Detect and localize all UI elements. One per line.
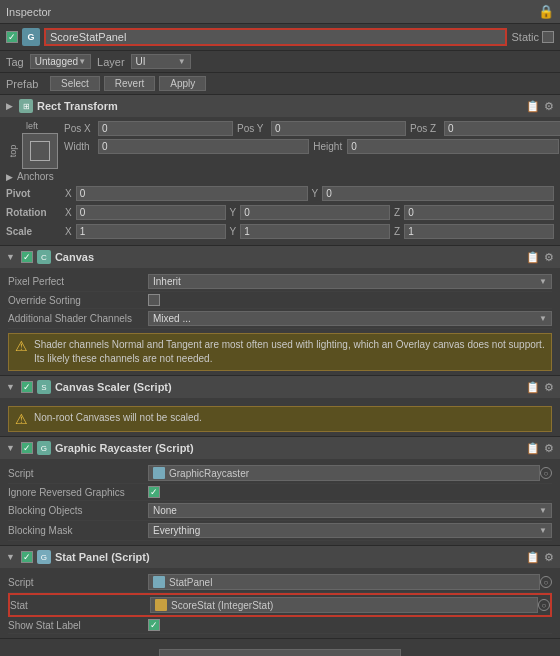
stat-panel-header[interactable]: ▼ ✓ G Stat Panel (Script) 📋 ⚙ [0, 546, 560, 568]
canvas-collapse-arrow: ▼ [6, 252, 15, 262]
width-input[interactable] [98, 139, 309, 154]
tag-layer-row: Tag Untagged ▼ Layer UI ▼ [0, 51, 560, 73]
raycaster-script-value[interactable]: GraphicRaycaster [148, 465, 540, 481]
canvas-warning-text: Shader channels Normal and Tangent are m… [34, 338, 545, 366]
rect-transform-header[interactable]: ▶ ⊞ Rect Transform 📋 ⚙ [0, 95, 560, 117]
static-label: Static [511, 31, 539, 43]
static-row: Static [511, 31, 554, 43]
stat-circle-button[interactable]: ○ [538, 599, 550, 611]
canvas-scaler-enabled-checkbox[interactable]: ✓ [21, 381, 33, 393]
stat-panel-circle-button[interactable]: ○ [540, 576, 552, 588]
object-icon: G [22, 28, 40, 46]
scale-xyz: X Y Z [65, 224, 554, 239]
graphic-raycaster-info-button[interactable]: 📋 [526, 442, 540, 455]
rotation-z-label: Z [394, 207, 400, 218]
height-label: Height [313, 141, 343, 152]
rect-gear-button[interactable]: ⚙ [544, 100, 554, 113]
object-enabled-checkbox[interactable]: ✓ [6, 31, 18, 43]
blocking-objects-arrow: ▼ [539, 506, 547, 515]
pos-x-label: Pos X [64, 123, 94, 134]
canvas-scaler-header[interactable]: ▼ ✓ S Canvas Scaler (Script) 📋 ⚙ [0, 376, 560, 398]
canvas-title: Canvas [55, 251, 94, 263]
ignore-reversed-checkbox[interactable]: ✓ [148, 486, 160, 498]
raycaster-script-label: Script [8, 468, 148, 479]
override-sorting-checkbox[interactable] [148, 294, 160, 306]
canvas-section: ▼ ✓ C Canvas 📋 ⚙ Pixel Perfect Inherit ▼… [0, 246, 560, 376]
stat-panel-body: Script StatPanel ○ Stat ScoreStat (Integ… [0, 568, 560, 638]
shader-channels-dropdown[interactable]: Mixed ... ▼ [148, 311, 552, 326]
canvas-info-button[interactable]: 📋 [526, 251, 540, 264]
stat-value-box[interactable]: ScoreStat (IntegerStat) [150, 597, 538, 613]
blocking-mask-dropdown[interactable]: Everything ▼ [148, 523, 552, 538]
stat-panel-info-button[interactable]: 📋 [526, 551, 540, 564]
tag-label: Tag [6, 56, 24, 68]
raycaster-script-row: Script GraphicRaycaster ○ [8, 463, 552, 484]
rotation-y-input[interactable] [240, 205, 390, 220]
show-stat-label-label: Show Stat Label [8, 620, 148, 631]
width-label: Width [64, 141, 94, 152]
rect-size-row: Width Height R [64, 139, 560, 154]
static-checkbox[interactable] [542, 31, 554, 43]
pivot-xyz: X Y [65, 186, 554, 201]
shader-channels-value: Mixed ... ▼ [148, 311, 552, 326]
pixel-perfect-dropdown-arrow: ▼ [539, 277, 547, 286]
anchors-arrow: ▶ [6, 172, 13, 182]
rect-transform-header-left: ▶ ⊞ Rect Transform [6, 99, 522, 113]
stat-panel-script-icon [153, 576, 165, 588]
rotation-x-input[interactable] [76, 205, 226, 220]
height-input[interactable] [347, 139, 558, 154]
scale-z-input[interactable] [404, 224, 554, 239]
graphic-raycaster-section: ▼ ✓ G Graphic Raycaster (Script) 📋 ⚙ Scr… [0, 437, 560, 546]
rect-info-button[interactable]: 📋 [526, 100, 540, 113]
prefab-select-button[interactable]: Select [50, 76, 100, 91]
canvas-warning-icon: ⚠ [15, 338, 28, 354]
ignore-reversed-row: Ignore Reversed Graphics ✓ [8, 484, 552, 501]
lock-icon[interactable]: 🔒 [538, 4, 554, 19]
show-stat-label-checkbox[interactable]: ✓ [148, 619, 160, 631]
canvas-enabled-checkbox[interactable]: ✓ [21, 251, 33, 263]
canvas-gear-button[interactable]: ⚙ [544, 251, 554, 264]
add-component-button[interactable]: Add Component [159, 649, 401, 656]
canvas-scaler-gear-button[interactable]: ⚙ [544, 381, 554, 394]
canvas-scaler-header-left: ▼ ✓ S Canvas Scaler (Script) [6, 380, 522, 394]
pixel-perfect-dropdown[interactable]: Inherit ▼ [148, 274, 552, 289]
pivot-row: Pivot X Y [6, 184, 554, 203]
add-component-section: Add Component [0, 639, 560, 656]
pos-x-input[interactable] [98, 121, 233, 136]
prefab-row: Prefab Select Revert Apply [0, 73, 560, 95]
layer-dropdown[interactable]: UI ▼ [131, 54, 191, 69]
pos-y-input[interactable] [271, 121, 406, 136]
stat-panel-enabled-checkbox[interactable]: ✓ [21, 551, 33, 563]
rect-inner-box [30, 141, 50, 161]
scale-x-input[interactable] [76, 224, 226, 239]
scale-y-input[interactable] [240, 224, 390, 239]
rotation-z-input[interactable] [404, 205, 554, 220]
raycaster-circle-button[interactable]: ○ [540, 467, 552, 479]
blocking-mask-arrow: ▼ [539, 526, 547, 535]
prefab-revert-button[interactable]: Revert [104, 76, 155, 91]
anchors-row[interactable]: ▶ Anchors [6, 169, 554, 184]
canvas-header[interactable]: ▼ ✓ C Canvas 📋 ⚙ [0, 246, 560, 268]
pivot-x-input[interactable] [76, 186, 308, 201]
blocking-mask-label: Blocking Mask [8, 525, 148, 536]
anchors-label: Anchors [17, 171, 54, 182]
blocking-objects-dropdown[interactable]: None ▼ [148, 503, 552, 518]
canvas-scaler-collapse-arrow: ▼ [6, 382, 15, 392]
graphic-raycaster-header[interactable]: ▼ ✓ G Graphic Raycaster (Script) 📋 ⚙ [0, 437, 560, 459]
show-stat-label-row: Show Stat Label ✓ [8, 617, 552, 634]
pos-z-input[interactable] [444, 121, 560, 136]
graphic-raycaster-gear-button[interactable]: ⚙ [544, 442, 554, 455]
object-name[interactable]: ScoreStatPanel [44, 28, 507, 46]
canvas-scaler-icon: S [37, 380, 51, 394]
stat-panel-script-value[interactable]: StatPanel [148, 574, 540, 590]
shader-channels-label: Additional Shader Channels [8, 313, 148, 324]
canvas-scaler-info-button[interactable]: 📋 [526, 381, 540, 394]
tag-dropdown[interactable]: Untagged ▼ [30, 54, 91, 69]
ignore-reversed-label: Ignore Reversed Graphics [8, 487, 148, 498]
prefab-label: Prefab [6, 78, 46, 90]
pivot-y-input[interactable] [322, 186, 554, 201]
graphic-raycaster-enabled-checkbox[interactable]: ✓ [21, 442, 33, 454]
prefab-apply-button[interactable]: Apply [159, 76, 206, 91]
stat-panel-gear-button[interactable]: ⚙ [544, 551, 554, 564]
scale-y-label: Y [230, 226, 237, 237]
